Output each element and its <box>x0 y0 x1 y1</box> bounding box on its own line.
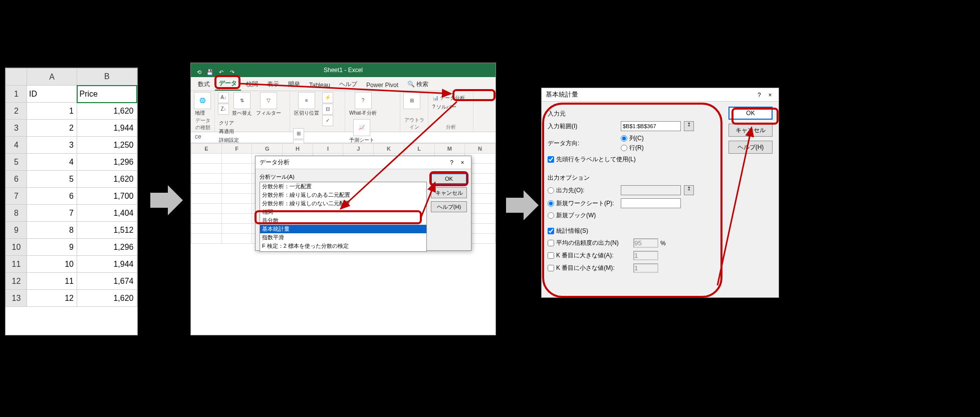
solver-button[interactable]: ? ソルバー <box>431 103 470 111</box>
cell[interactable]: 12 <box>27 290 77 307</box>
cancel-button[interactable]: キャンセル <box>431 187 467 198</box>
cell[interactable]: 6 <box>27 188 77 205</box>
range-picker-icon[interactable]: ↥ <box>684 121 694 131</box>
data-analysis-button[interactable]: 📊 データ分析 <box>431 94 470 102</box>
cell-a1[interactable]: ID <box>27 86 77 103</box>
kth-largest-field[interactable] <box>633 251 658 260</box>
tab-tableau[interactable]: Tableau <box>305 80 334 91</box>
direction-row-radio[interactable] <box>621 145 627 151</box>
sort-icon[interactable]: ⇅ <box>233 92 251 109</box>
data-validation-icon[interactable]: ✓ <box>322 115 333 126</box>
confidence-field[interactable] <box>633 238 658 248</box>
close-icon[interactable]: × <box>458 159 467 166</box>
cell-b1-selected[interactable]: Price <box>77 86 137 103</box>
text-to-columns-button[interactable]: 区切り位置 <box>293 109 320 117</box>
col-header[interactable]: J <box>343 144 374 154</box>
analysis-tools-listbox[interactable]: 分散分析：一元配置 分散分析：繰り返しのある二元配置 分散分析：繰り返しのない二… <box>260 182 427 252</box>
flash-fill-icon[interactable]: ⚡ <box>322 92 333 103</box>
col-header[interactable]: L <box>404 144 434 154</box>
list-item[interactable]: F 検定：2 標本を使った分散の検定 <box>260 242 426 250</box>
cancel-button[interactable]: キャンセル <box>728 124 773 137</box>
confidence-checkbox[interactable] <box>548 240 554 246</box>
reapply-button[interactable]: 再適用 <box>218 128 240 136</box>
row-header[interactable]: 3 <box>6 120 27 137</box>
cell[interactable]: 1,404 <box>77 205 137 222</box>
col-header[interactable]: K <box>374 144 404 154</box>
cell[interactable]: 1,296 <box>77 154 137 171</box>
col-header-a[interactable]: A <box>27 69 77 86</box>
col-header[interactable]: H <box>283 144 313 154</box>
list-item[interactable]: 分散分析：繰り返しのない二元配置 <box>260 199 426 208</box>
list-item[interactable]: 相関 <box>260 208 426 216</box>
help-icon[interactable]: ? <box>447 159 456 166</box>
help-button[interactable]: ヘルプ(H) <box>728 141 773 154</box>
help-button[interactable]: ヘルプ(H) <box>431 201 467 212</box>
labels-first-row-checkbox[interactable] <box>548 156 554 163</box>
search-label[interactable]: 🔍 検索 <box>403 78 432 91</box>
col-header[interactable]: I <box>313 144 343 154</box>
list-item[interactable]: 分散分析：一元配置 <box>260 182 426 191</box>
row-header[interactable]: 4 <box>6 137 27 154</box>
undo-icon[interactable]: ↶ <box>217 65 225 73</box>
cell[interactable]: 8 <box>27 222 77 239</box>
col-header[interactable]: G <box>252 144 283 154</box>
list-item[interactable]: 指数平滑 <box>260 233 426 242</box>
tab-data[interactable]: データ <box>215 77 241 91</box>
cell[interactable]: 1,620 <box>77 171 137 188</box>
col-header[interactable]: N <box>465 144 496 154</box>
cell[interactable]: 5 <box>27 171 77 188</box>
cell[interactable]: 3 <box>27 137 77 154</box>
row-header[interactable]: 1 <box>6 86 27 103</box>
col-header[interactable]: F <box>221 144 252 154</box>
forecast-sheet-icon[interactable]: 📈 <box>353 119 370 136</box>
new-worksheet-radio[interactable] <box>548 200 554 207</box>
help-icon[interactable]: ? <box>755 92 764 99</box>
cell[interactable]: 4 <box>27 154 77 171</box>
cell[interactable]: 1,250 <box>77 137 137 154</box>
list-item[interactable]: フーリエ解析 <box>260 250 426 252</box>
row-header[interactable]: 5 <box>6 154 27 171</box>
whatif-button[interactable]: What-If 分析 <box>348 109 378 117</box>
cell[interactable]: 7 <box>27 205 77 222</box>
cell[interactable]: 11 <box>27 273 77 290</box>
row-header[interactable]: 10 <box>6 239 27 256</box>
row-header[interactable]: 11 <box>6 256 27 273</box>
col-header-b[interactable]: B <box>77 69 137 86</box>
list-item-selected[interactable]: 基本統計量 <box>260 225 426 233</box>
whatif-icon[interactable]: ? <box>355 92 372 109</box>
ok-button[interactable]: OK <box>728 107 773 120</box>
filter-button[interactable]: フィルター <box>255 109 282 117</box>
cell[interactable]: 1,944 <box>77 120 137 137</box>
cell[interactable]: 1,620 <box>77 103 137 120</box>
redo-icon[interactable]: ↷ <box>228 65 236 73</box>
clear-button[interactable]: クリア <box>218 119 240 127</box>
direction-col-radio[interactable] <box>621 135 627 142</box>
text-to-columns-icon[interactable]: ≡ <box>298 92 315 109</box>
range-picker-icon[interactable]: ↥ <box>684 185 694 195</box>
sort-button[interactable]: 並べ替え <box>231 109 253 117</box>
col-header[interactable]: E <box>191 144 222 154</box>
cell[interactable]: 9 <box>27 239 77 256</box>
summary-stats-checkbox[interactable] <box>548 228 554 234</box>
save-icon[interactable]: 💾 <box>206 65 214 73</box>
tab-help[interactable]: ヘルプ <box>335 78 361 91</box>
close-icon[interactable]: × <box>766 92 775 99</box>
outline-icon[interactable]: ⊞ <box>403 92 420 109</box>
select-all-cell[interactable] <box>6 69 27 86</box>
row-header[interactable]: 12 <box>6 273 27 290</box>
consolidate-icon[interactable]: ⊞ <box>293 128 304 139</box>
tab-review[interactable]: 校閲 <box>242 78 262 91</box>
ok-button[interactable]: OK <box>431 173 467 184</box>
cell[interactable]: 2 <box>27 120 77 137</box>
row-header[interactable]: 9 <box>6 222 27 239</box>
output-range-field[interactable] <box>621 185 681 195</box>
cell[interactable]: 1,700 <box>77 188 137 205</box>
row-header[interactable]: 6 <box>6 171 27 188</box>
tab-view[interactable]: 表示 <box>263 78 283 91</box>
kth-largest-checkbox[interactable] <box>548 252 554 259</box>
tab-formula[interactable]: 数式 <box>194 78 214 91</box>
new-worksheet-field[interactable] <box>621 198 681 208</box>
list-item[interactable]: 分散分析：繰り返しのある二元配置 <box>260 191 426 199</box>
cell[interactable]: 1,296 <box>77 239 137 256</box>
cell[interactable]: 1,512 <box>77 222 137 239</box>
